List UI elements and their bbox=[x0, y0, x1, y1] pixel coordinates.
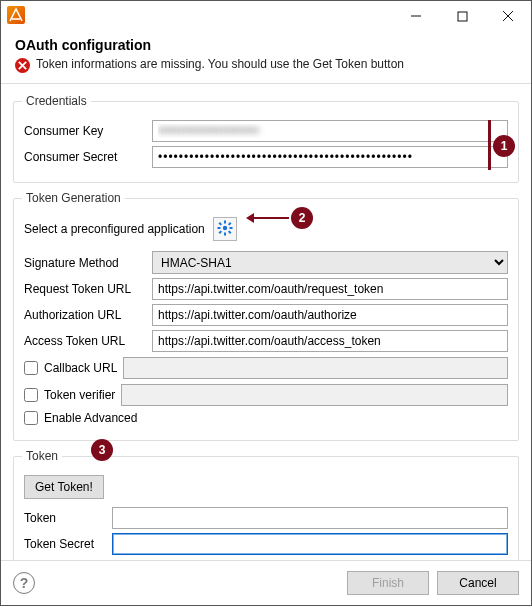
consumer-secret-input[interactable] bbox=[152, 146, 508, 168]
svg-rect-11 bbox=[218, 222, 222, 226]
signature-method-label: Signature Method bbox=[24, 256, 144, 270]
token-generation-group: Token Generation Select a preconfigured … bbox=[13, 191, 519, 441]
authorization-url-label: Authorization URL bbox=[24, 308, 144, 322]
token-label: Token bbox=[24, 511, 104, 525]
token-verifier-input bbox=[121, 384, 508, 406]
credentials-group: Credentials Consumer Key Consumer Secret bbox=[13, 94, 519, 183]
consumer-secret-label: Consumer Secret bbox=[24, 150, 144, 164]
enable-advanced-label: Enable Advanced bbox=[44, 411, 137, 425]
dialog-title: OAuth configuration bbox=[15, 37, 517, 53]
consumer-key-input[interactable] bbox=[152, 120, 508, 142]
svg-rect-13 bbox=[228, 222, 232, 226]
cancel-button[interactable]: Cancel bbox=[437, 571, 519, 595]
token-verifier-checkbox[interactable] bbox=[24, 388, 38, 402]
authorization-url-input[interactable] bbox=[152, 304, 508, 326]
access-token-url-input[interactable] bbox=[152, 330, 508, 352]
token-input[interactable] bbox=[112, 507, 508, 529]
svg-rect-12 bbox=[228, 230, 232, 234]
svg-point-6 bbox=[223, 225, 227, 229]
svg-rect-14 bbox=[218, 230, 222, 234]
svg-rect-10 bbox=[229, 227, 232, 229]
credentials-legend: Credentials bbox=[22, 94, 91, 108]
get-token-button[interactable]: Get Token! bbox=[24, 475, 104, 499]
callback-url-checkbox[interactable] bbox=[24, 361, 38, 375]
token-secret-input[interactable] bbox=[112, 533, 508, 555]
error-message: Token informations are missing. You shou… bbox=[36, 57, 404, 71]
token-legend: Token bbox=[22, 449, 62, 463]
callback-url-input bbox=[123, 357, 508, 379]
access-token-url-label: Access Token URL bbox=[24, 334, 144, 348]
app-icon bbox=[7, 6, 25, 24]
token-secret-label: Token Secret bbox=[24, 537, 104, 551]
request-token-url-input[interactable] bbox=[152, 278, 508, 300]
signature-method-select[interactable]: HMAC-SHA1 bbox=[152, 251, 508, 274]
gear-icon bbox=[217, 220, 233, 239]
svg-rect-8 bbox=[224, 232, 226, 235]
svg-rect-9 bbox=[217, 227, 220, 229]
token-generation-legend: Token Generation bbox=[22, 191, 125, 205]
preconfig-label: Select a preconfigured application bbox=[24, 222, 205, 236]
callback-url-label: Callback URL bbox=[44, 361, 117, 375]
titlebar bbox=[1, 1, 531, 31]
dialog-header: OAuth configuration Token informations a… bbox=[1, 31, 531, 77]
enable-advanced-checkbox[interactable] bbox=[24, 411, 38, 425]
error-row: Token informations are missing. You shou… bbox=[15, 57, 517, 73]
consumer-key-label: Consumer Key bbox=[24, 124, 144, 138]
preconfig-gear-button[interactable] bbox=[213, 217, 237, 241]
error-icon bbox=[15, 58, 30, 73]
token-group: Token Get Token! Token Token Secret bbox=[13, 449, 519, 560]
help-icon[interactable]: ? bbox=[13, 572, 35, 594]
token-verifier-label: Token verifier bbox=[44, 388, 115, 402]
svg-rect-7 bbox=[224, 220, 226, 223]
close-button[interactable] bbox=[485, 1, 531, 31]
minimize-button[interactable] bbox=[393, 1, 439, 31]
dialog-footer: ? Finish Cancel bbox=[1, 560, 531, 605]
maximize-button[interactable] bbox=[439, 1, 485, 31]
request-token-url-label: Request Token URL bbox=[24, 282, 144, 296]
dialog-content: Credentials Consumer Key Consumer Secret… bbox=[1, 84, 531, 560]
finish-button[interactable]: Finish bbox=[347, 571, 429, 595]
svg-rect-1 bbox=[458, 12, 467, 21]
dialog-window: OAuth configuration Token informations a… bbox=[0, 0, 532, 606]
